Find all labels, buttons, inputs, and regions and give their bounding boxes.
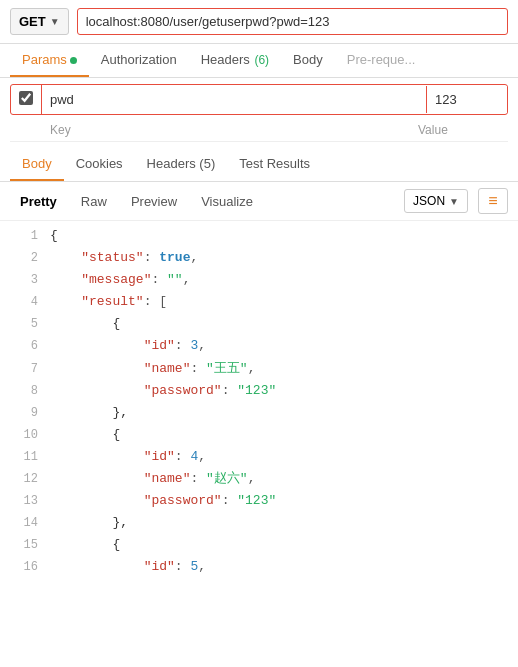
- param-value-input[interactable]: [427, 86, 507, 113]
- tab-cookies[interactable]: Cookies: [64, 148, 135, 181]
- key-column-header: Key: [20, 123, 418, 137]
- response-tabs: Body Cookies Headers (5) Test Results: [0, 148, 518, 182]
- json-line: 13 "password": "123": [0, 490, 518, 512]
- json-line: 14 },: [0, 512, 518, 534]
- json-line: 16 "id": 5,: [0, 556, 518, 578]
- request-tabs: Params Authorization Headers (6) Body Pr…: [0, 44, 518, 78]
- resp-tab-preview[interactable]: Preview: [121, 189, 187, 214]
- method-label: GET: [19, 14, 46, 29]
- json-line: 11 "id": 4,: [0, 446, 518, 468]
- resp-tab-visualize[interactable]: Visualize: [191, 189, 263, 214]
- resp-tab-pretty[interactable]: Pretty: [10, 189, 67, 214]
- tab-prerequest[interactable]: Pre-reque...: [335, 44, 428, 77]
- json-line: 4 "result": [: [0, 291, 518, 313]
- resp-tab-raw[interactable]: Raw: [71, 189, 117, 214]
- url-bar: GET ▼: [0, 0, 518, 44]
- tab-authorization[interactable]: Authorization: [89, 44, 189, 77]
- params-section: Key Value: [0, 78, 518, 148]
- url-input[interactable]: [77, 8, 508, 35]
- json-view: 1 { 2 "status": true, 3 "message": "", 4…: [0, 221, 518, 583]
- method-select[interactable]: GET ▼: [10, 8, 69, 35]
- json-line: 10 {: [0, 424, 518, 446]
- wrap-button[interactable]: ≡: [478, 188, 508, 214]
- json-line: 3 "message": "",: [0, 269, 518, 291]
- tab-response-body[interactable]: Body: [10, 148, 64, 181]
- tab-test-results[interactable]: Test Results: [227, 148, 322, 181]
- param-key-input[interactable]: [42, 86, 427, 113]
- json-line: 8 "password": "123": [0, 380, 518, 402]
- json-line: 2 "status": true,: [0, 247, 518, 269]
- tab-body[interactable]: Body: [281, 44, 335, 77]
- format-chevron-icon: ▼: [449, 196, 459, 207]
- params-dot: [70, 57, 77, 64]
- value-column-header: Value: [418, 123, 498, 137]
- json-line: 5 {: [0, 313, 518, 335]
- json-line: 12 "name": "赵六",: [0, 468, 518, 490]
- json-line: 6 "id": 3,: [0, 335, 518, 357]
- param-column-headers: Key Value: [10, 119, 508, 142]
- method-chevron-icon: ▼: [50, 16, 60, 27]
- tab-response-headers[interactable]: Headers (5): [135, 148, 228, 181]
- tab-params[interactable]: Params: [10, 44, 89, 77]
- json-line: 1 {: [0, 225, 518, 247]
- format-label: JSON: [413, 194, 445, 208]
- wrap-icon: ≡: [488, 192, 497, 210]
- json-line: 7 "name": "王五",: [0, 358, 518, 380]
- tab-headers[interactable]: Headers (6): [189, 44, 281, 77]
- param-checkbox-container[interactable]: [11, 85, 42, 114]
- json-line: 15 {: [0, 534, 518, 556]
- param-checkbox[interactable]: [19, 91, 33, 105]
- response-toolbar: Pretty Raw Preview Visualize JSON ▼ ≡: [0, 182, 518, 221]
- json-line: 9 },: [0, 402, 518, 424]
- format-select[interactable]: JSON ▼: [404, 189, 468, 213]
- param-row: [10, 84, 508, 115]
